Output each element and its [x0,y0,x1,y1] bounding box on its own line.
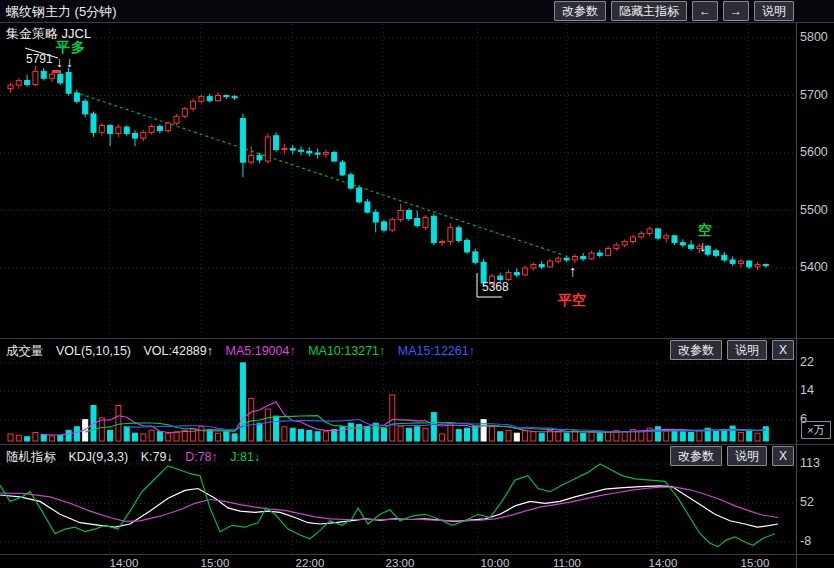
volume-change-params-button[interactable]: 改参数 [670,340,722,360]
contract-title: 螺纹钢主力 (5分钟) [6,3,117,21]
help-button[interactable]: 说明 [754,1,794,21]
kdj-help-button[interactable]: 说明 [727,446,767,466]
kdj-change-params-button[interactable]: 改参数 [670,446,722,466]
kdj-d-value: D:78↑ [185,450,218,464]
axis-label: 5700 [800,88,828,102]
volume-title: 成交量 [6,344,44,358]
time-axis-label: 14:00 [641,557,685,568]
chart-canvas [0,0,834,568]
open-short-down-arrow-icon: ↓ [699,237,707,254]
close-short-annotation: 平空 [558,292,586,310]
time-axis-label: 11:00 [545,557,589,568]
axis-label: 5400 [800,260,828,274]
kdj-j-value: J:81↓ [230,450,260,464]
change-params-button[interactable]: 改参数 [554,1,606,21]
kdj-params: KDJ(9,3,3) [68,450,128,464]
axis-label: 5500 [800,203,828,217]
entry-price-label: 5791 [26,52,53,66]
title-bar: 螺纹钢主力 (5分钟) 改参数 隐藏主指标 ← → 说明 [0,0,834,23]
time-axis-label: 14:00 [102,557,146,568]
volume-params: VOL(5,10,15) [56,344,131,358]
time-axis: 14:0015:0022:0023:0010:0011:0014:0015:00 [0,554,834,568]
volume-panel-toolbar: 改参数 说明 X [670,340,794,360]
time-axis-label: 23:00 [378,557,422,568]
axis-label: 5600 [800,145,828,159]
scroll-left-arrow-button[interactable]: ← [692,1,718,21]
axis-label: -8 [800,534,811,548]
kdj-close-button[interactable]: X [772,446,794,466]
axis-label: 14 [800,383,814,397]
time-axis-label: 22:00 [288,557,332,568]
volume-ma10-value: MA10:13271↑ [308,344,385,358]
kdj-title: 随机指标 [6,450,56,464]
volume-unit-box: ×万 [801,421,831,439]
volume-panel-header: 成交量 VOL(5,10,15) VOL:42889↑ MA5:19004↑ M… [0,338,834,361]
hide-main-indicator-button[interactable]: 隐藏主指标 [611,1,687,21]
time-axis-label: 10:00 [473,557,517,568]
right-axis: 580057005600550054002214611352-8 [796,22,834,568]
volume-ma15-value: MA15:12261↑ [398,344,475,358]
kdj-panel-toolbar: 改参数 说明 X [670,446,794,466]
kdj-k-value: K:79↓ [141,450,173,464]
scroll-right-arrow-button[interactable]: → [723,1,749,21]
time-axis-label: 15:00 [193,557,237,568]
main-toolbar: 改参数 隐藏主指标 ← → 说明 [554,1,794,21]
kdj-panel-header: 随机指标 KDJ(9,3,3) K:79↓ D:78↑ J:81↓ 改参数 说明… [0,444,834,467]
volume-current-value: VOL:42889↑ [144,344,214,358]
low-price-label: 5368 [482,280,509,294]
axis-label: 5800 [800,30,828,44]
close-long-down-arrows-icon: ↓↓ [56,54,76,70]
trading-app-window: 螺纹钢主力 (5分钟) 改参数 隐藏主指标 ← → 说明 集金策略 JJCL 平… [0,0,834,568]
volume-ma5-value: MA5:19004↑ [226,344,296,358]
axis-label: 52 [800,495,814,509]
volume-close-button[interactable]: X [772,340,794,360]
time-axis-label: 15:00 [733,557,777,568]
volume-help-button[interactable]: 说明 [727,340,767,360]
close-short-up-arrow-icon: ↑ [569,262,577,279]
